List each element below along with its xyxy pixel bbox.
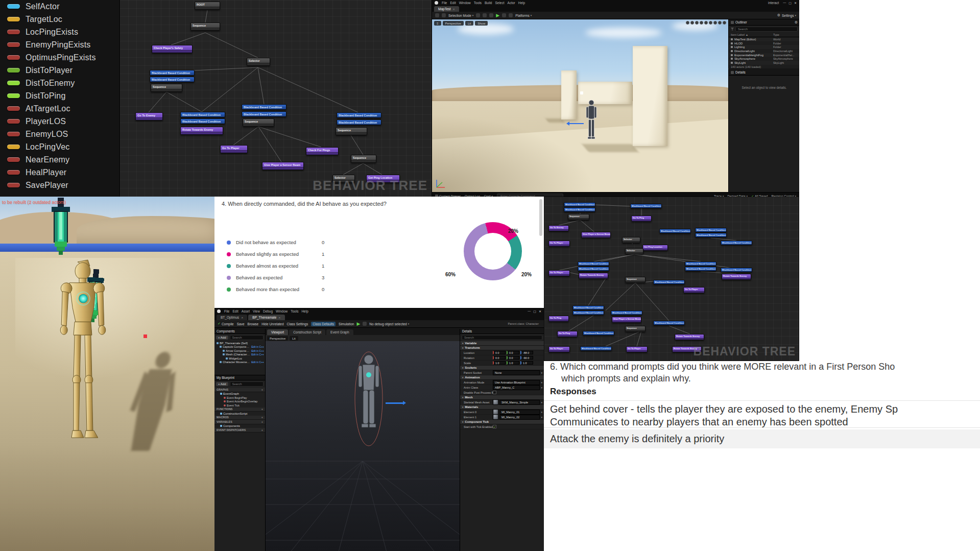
component-row[interactable]: WidgetLoc	[214, 356, 265, 361]
behavior-tree-graph-2[interactable]: Blackboard Based ConditionBlackboard Bas…	[544, 197, 799, 361]
component-row[interactable]: Character Movement (CharMoveComp)Edit in…	[214, 361, 265, 365]
outliner-row[interactable]: HLODFolder	[729, 41, 799, 45]
bt-node-composite[interactable]: Sequence	[151, 84, 182, 92]
cinematics-icon[interactable]	[489, 13, 493, 17]
perspective-button[interactable]: Perspective	[443, 21, 464, 26]
bt-node-condition[interactable]: Blackboard Based Condition	[150, 77, 195, 82]
minimize-button[interactable]: —	[783, 1, 786, 5]
frame-skip-icon[interactable]	[363, 322, 367, 326]
blackboard-key-row[interactable]: SavePlayer	[0, 179, 119, 191]
blackboard-key-row[interactable]: DistToPlayer	[0, 64, 119, 77]
bt-node-task[interactable]: Give Player a Sensor Beam	[581, 232, 611, 238]
maximize-button[interactable]: ▢	[533, 309, 536, 313]
edit-in-cpp-link[interactable]: Edit in C++	[251, 345, 265, 348]
bt-node-composite[interactable]: Sequence	[625, 326, 646, 332]
viewport-option-icon[interactable]	[695, 21, 699, 25]
play-button[interactable]: ▶	[356, 322, 360, 326]
scrollbar[interactable]	[539, 199, 542, 236]
toolbar-button[interactable]: ✓Compile	[218, 322, 234, 326]
behavior-tree-graph-1[interactable]: ROOTSequenceCheck Player's SafetySelecto…	[120, 0, 432, 197]
blackboard-key-row[interactable]: LocPingVec	[0, 140, 119, 153]
bt-node-condition[interactable]: Blackboard Based Condition	[685, 267, 716, 271]
bt-node-task[interactable]: Go To Player	[548, 241, 570, 247]
bt-node-task[interactable]: Give Player a Sensor Beam	[612, 317, 641, 323]
gear-icon[interactable]: ⚙	[795, 20, 798, 25]
edit-in-cpp-link[interactable]: Edit in C++	[251, 353, 265, 356]
bt-node-composite[interactable]: Sequence	[190, 22, 220, 31]
bt-node-composite[interactable]: Sequence	[625, 277, 646, 283]
outliner-row[interactable]: LightingFolder	[729, 45, 799, 49]
blackboard-key-row[interactable]: HealPlayer	[0, 166, 119, 179]
wall-mesh[interactable]	[633, 46, 667, 146]
vector-field[interactable]: 1.0	[520, 361, 533, 365]
menu-item[interactable]: View	[253, 309, 260, 313]
undo-icon[interactable]	[442, 13, 446, 17]
menu-item[interactable]: Tools	[474, 1, 482, 5]
selected-character-actor[interactable]	[584, 99, 599, 150]
asset-name[interactable]: MI_Manny_02	[499, 415, 540, 420]
bt-node-task[interactable]: Rotate Towards Enemy	[675, 334, 704, 340]
menu-item[interactable]: Window	[459, 1, 471, 5]
close-button[interactable]: ✕	[794, 1, 797, 5]
outliner-row[interactable]: SkyLightSkyLight	[729, 61, 799, 65]
menu-item[interactable]: Edit	[232, 309, 238, 313]
bt-node-task[interactable]: Go To Player	[548, 270, 570, 276]
editor-tab[interactable]: Viewport	[267, 329, 288, 335]
myblueprint-item[interactable]: EventGraph	[214, 392, 265, 396]
bt-node-condition[interactable]: Blackboard Based Condition	[583, 331, 614, 336]
outliner-row[interactable]: MapTest (Editor)World	[729, 37, 799, 41]
toolbar-button[interactable]: Save	[237, 322, 245, 326]
bt-node-condition[interactable]: Blackboard Based Condition	[721, 268, 752, 272]
search-input[interactable]	[735, 27, 798, 32]
bt-node-root[interactable]: ROOT	[195, 2, 220, 10]
bt-node-condition[interactable]: Blackboard Based Condition	[150, 70, 195, 76]
viewport-option-icon[interactable]	[700, 21, 703, 25]
blueprint-viewport[interactable]	[266, 341, 460, 551]
bt-node-condition[interactable]: Blackboard Based Condition	[611, 310, 642, 315]
blackboard-key-row[interactable]: PlayerLOS	[0, 115, 119, 128]
viewport-mode-button[interactable]: Perspective	[267, 336, 288, 341]
filter-icon[interactable]	[731, 28, 734, 31]
add-component-button[interactable]: + Add	[216, 336, 228, 340]
details-row-value[interactable]: None▾	[493, 370, 544, 375]
editor-mode-dropdown[interactable]: Selection Mode▾	[448, 14, 473, 17]
level-viewport[interactable]: ≡ Perspective Lit Show	[432, 19, 728, 192]
close-button[interactable]: ✕	[539, 309, 541, 313]
bt-node-task[interactable]: Go To Enemy	[135, 112, 163, 121]
bt-node-task[interactable]: Rotate Towards Enemy	[722, 274, 751, 280]
vector-field[interactable]: -90.0	[520, 356, 533, 360]
asset-name[interactable]: SKM_Manny_Simple	[499, 400, 540, 405]
myblueprint-section[interactable]: MACROS+	[214, 416, 265, 420]
level-tab[interactable]: MapTest ✕	[434, 6, 459, 12]
viewport-option-icon[interactable]	[704, 21, 708, 25]
details-row-value[interactable]: SKM_Manny_Simple▾	[493, 399, 544, 405]
myblueprint-section[interactable]: VARIABLES+	[214, 420, 265, 424]
toolbar-button[interactable]: Class Defaults	[311, 322, 336, 326]
outliner-row[interactable]: SkyAtmosphereSkyAtmosphere	[729, 57, 799, 61]
checkbox[interactable]	[493, 391, 496, 394]
menu-item[interactable]: File	[224, 309, 229, 313]
blackboard-key-row[interactable]: AtTargetLoc	[0, 102, 119, 115]
bt-node-task[interactable]: Get Ping Location	[642, 245, 668, 251]
value-text[interactable]: None	[493, 370, 540, 375]
blackboard-key-row[interactable]: DistToPing	[0, 89, 119, 102]
blueprints-icon[interactable]	[483, 13, 487, 17]
bt-node-task[interactable]: Check Player's Safety	[152, 45, 193, 53]
menu-item[interactable]: File	[442, 1, 447, 5]
pillar-mesh[interactable]	[561, 70, 577, 119]
vector-field[interactable]: 0.0	[507, 356, 519, 360]
menu-item[interactable]: Tools	[291, 309, 298, 313]
menu-item[interactable]: Debug	[263, 309, 273, 313]
minimize-button[interactable]: —	[528, 309, 531, 313]
details-row-value[interactable]: 0.00.0-88.0	[493, 351, 544, 355]
toolbar-button[interactable]: Hide Unrelated	[261, 322, 283, 326]
value-text[interactable]: Use Animation Blueprint	[493, 380, 540, 385]
vector-field[interactable]: 0.0	[493, 351, 506, 355]
bt-node-condition[interactable]: Blackboard Based Condition	[572, 305, 604, 310]
myblueprint-section[interactable]: FUNCTIONS+	[214, 408, 265, 412]
bt-node-condition[interactable]: Blackboard Based Condition	[630, 204, 662, 208]
blackboard-key-row[interactable]: LocPingExists	[0, 26, 119, 38]
bt-node-condition[interactable]: Blackboard Based Condition	[242, 111, 286, 117]
bt-node-condition[interactable]: Blackboard Based Condition	[242, 104, 286, 110]
bt-node-composite[interactable]: Selector	[625, 248, 643, 254]
